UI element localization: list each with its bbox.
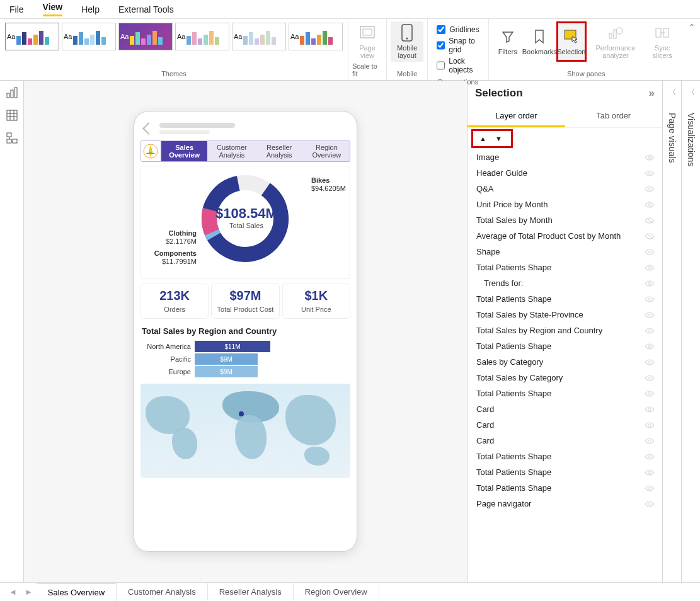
layer-item[interactable]: Card xyxy=(468,433,662,449)
layer-item[interactable]: Card xyxy=(468,401,662,417)
tab-sales-overview[interactable]: Sales Overview xyxy=(161,141,207,161)
visibility-icon[interactable] xyxy=(645,327,655,335)
report-view-icon[interactable] xyxy=(6,87,18,98)
menu-file[interactable]: File xyxy=(9,4,24,14)
visibility-icon[interactable] xyxy=(645,232,655,240)
menu-help[interactable]: Help xyxy=(81,4,100,14)
visibility-icon[interactable] xyxy=(645,453,655,461)
visibility-icon[interactable] xyxy=(645,154,655,161)
snap-checkbox[interactable]: Snap to grid xyxy=(437,37,479,54)
ribbon: Aa Aa Aa Aa Aa Aa Themes Page view Scale… xyxy=(0,19,700,81)
filters-button[interactable]: Filters xyxy=(493,21,523,62)
tab-prev-icon[interactable]: ◄ xyxy=(5,587,21,597)
visibility-icon[interactable] xyxy=(645,343,655,350)
theme-tile-1[interactable]: Aa xyxy=(5,23,59,50)
pagetab-reseller[interactable]: Reseller Analysis xyxy=(208,583,294,600)
layer-item[interactable]: Card xyxy=(468,417,662,433)
layer-item[interactable]: Header Guide xyxy=(468,165,662,181)
layer-item[interactable]: Total Sales by Category xyxy=(468,370,662,386)
bar-chart[interactable]: North America$11MPacific$9MEurope$9M xyxy=(141,340,350,379)
selection-button[interactable]: Selection xyxy=(556,21,587,62)
chevron-left-icon: 〈 xyxy=(668,87,676,98)
visibility-icon[interactable] xyxy=(645,421,655,429)
selection-pane: Selection » Layer order Tab order ▲ ▼ Im… xyxy=(467,81,662,582)
layer-item[interactable]: Total Patients Shape xyxy=(468,464,662,480)
pagetab-customer[interactable]: Customer Analysis xyxy=(117,583,208,600)
visibility-icon[interactable] xyxy=(645,406,655,413)
gridlines-checkbox[interactable]: Gridlines xyxy=(437,25,479,34)
layer-item[interactable]: Total Sales by Month xyxy=(468,212,662,228)
pagetab-region[interactable]: Region Overview xyxy=(294,583,379,600)
layer-item[interactable]: Unit Price by Month xyxy=(468,197,662,212)
visibility-icon[interactable] xyxy=(645,311,655,319)
kpi-card[interactable]: 213KOrders xyxy=(141,283,209,319)
visibility-icon[interactable] xyxy=(645,469,655,476)
lock-checkbox[interactable]: Lock objects xyxy=(437,57,479,74)
theme-tile-4[interactable]: Aa xyxy=(175,23,229,50)
kpi-card[interactable]: $1KUnit Price xyxy=(282,283,350,319)
map-visual[interactable] xyxy=(141,384,350,478)
kpi-row: 213KOrders$97MTotal Product Cost$1KUnit … xyxy=(141,283,350,319)
layer-item[interactable]: Total Patients Shape xyxy=(468,338,662,354)
visibility-icon[interactable] xyxy=(645,390,655,398)
visibility-icon[interactable] xyxy=(645,217,655,224)
layer-item[interactable]: Trends for: xyxy=(468,275,662,291)
page-visuals-collapsed[interactable]: 〈 Page visuals xyxy=(662,81,681,582)
layer-item[interactable]: Total Patients Shape xyxy=(468,386,662,401)
visibility-icon[interactable] xyxy=(645,248,655,256)
theme-tile-3[interactable]: Aa xyxy=(118,23,173,50)
layer-item[interactable]: Average of Total Product Cost by Month xyxy=(468,228,662,244)
visibility-icon[interactable] xyxy=(645,500,655,508)
layer-item[interactable]: Total Patients Shape xyxy=(468,260,662,275)
ribbon-collapse-icon[interactable]: ⌃ xyxy=(689,23,695,31)
visibility-icon[interactable] xyxy=(645,358,655,366)
theme-tile-6[interactable]: Aa xyxy=(289,23,343,50)
layer-item[interactable]: Sales by Category xyxy=(468,354,662,370)
layer-item[interactable]: Total Sales by Region and Country xyxy=(468,323,662,338)
visibility-icon[interactable] xyxy=(645,295,655,303)
visibility-icon[interactable] xyxy=(645,185,655,193)
visibility-icon[interactable] xyxy=(645,280,655,287)
svg-point-41 xyxy=(648,487,651,489)
chevron-left-icon: 〈 xyxy=(687,87,695,98)
visibility-icon[interactable] xyxy=(645,169,655,177)
visibility-icon[interactable] xyxy=(645,201,655,209)
theme-tile-5[interactable]: Aa xyxy=(232,23,286,50)
visualizations-collapsed[interactable]: 〈 Visualizations xyxy=(681,81,700,582)
move-down-icon[interactable]: ▼ xyxy=(495,135,502,142)
layer-item[interactable]: Total Patients Shape xyxy=(468,480,662,496)
layer-order-tab[interactable]: Layer order xyxy=(468,106,565,127)
model-view-icon[interactable] xyxy=(6,132,18,144)
visibility-icon[interactable] xyxy=(645,484,655,492)
svg-rect-12 xyxy=(14,88,17,98)
showpanes-label: Show panes xyxy=(567,70,605,79)
layer-item[interactable]: Image xyxy=(468,149,662,165)
bookmarks-button[interactable]: Bookmarks xyxy=(523,21,556,62)
menu-view[interactable]: View xyxy=(43,2,63,16)
layer-item[interactable]: Total Patients Shape xyxy=(468,291,662,307)
theme-tile-2[interactable]: Aa xyxy=(62,23,116,50)
tab-order-tab[interactable]: Tab order xyxy=(565,106,663,127)
tab-region-overview[interactable]: Region Overview xyxy=(304,141,350,161)
tab-reseller-analysis[interactable]: Reseller Analysis xyxy=(256,141,302,161)
kpi-card[interactable]: $97MTotal Product Cost xyxy=(211,283,279,319)
visibility-icon[interactable] xyxy=(645,264,655,272)
visualizations-label: Visualizations xyxy=(686,113,696,166)
layer-item[interactable]: Shape xyxy=(468,244,662,260)
layer-item[interactable]: Total Patients Shape xyxy=(468,449,662,464)
back-icon[interactable] xyxy=(142,122,155,135)
donut-chart[interactable]: $108.54M Total Sales Bikes$94.6205M Clot… xyxy=(141,166,350,279)
pagetab-sales[interactable]: Sales Overview xyxy=(37,583,117,601)
layer-item[interactable]: Page navigator xyxy=(468,496,662,512)
move-up-icon[interactable]: ▲ xyxy=(479,135,486,142)
data-view-icon[interactable] xyxy=(6,110,18,121)
tab-next-icon[interactable]: ► xyxy=(21,587,37,597)
visibility-icon[interactable] xyxy=(645,374,655,382)
layer-item[interactable]: Total Sales by State-Province xyxy=(468,307,662,323)
layer-item[interactable]: Q&A xyxy=(468,181,662,197)
tab-customer-analysis[interactable]: Customer Analysis xyxy=(209,141,255,161)
mobile-layout-button[interactable]: Mobile layout xyxy=(391,21,423,62)
visibility-icon[interactable] xyxy=(645,437,655,445)
menu-external-tools[interactable]: External Tools xyxy=(118,4,174,14)
collapse-pane-icon[interactable]: » xyxy=(649,87,655,100)
